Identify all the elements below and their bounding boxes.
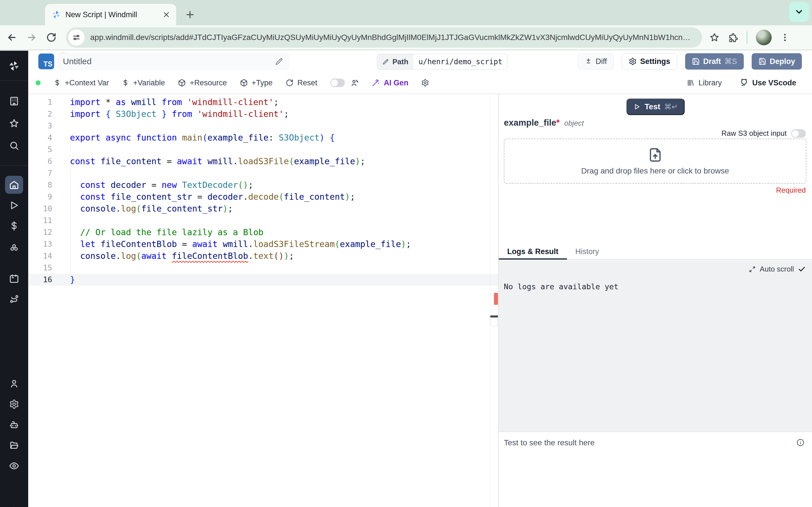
sidebar-item-folders-icon[interactable] <box>5 436 23 454</box>
browser-tab[interactable]: New Script | Windmill <box>45 4 176 25</box>
logs-panel: Auto scroll No logs are available yet <box>499 260 812 432</box>
test-shortcut: ⌘↵ <box>664 103 678 111</box>
settings-button[interactable]: Settings <box>622 53 677 69</box>
path-button[interactable]: Path u/henri/demo_script <box>377 54 508 69</box>
profile-avatar[interactable] <box>756 30 772 45</box>
reset-button[interactable]: Reset <box>286 78 317 87</box>
file-dropzone[interactable]: Drag and drop files here or click to bro… <box>504 138 806 184</box>
octocat-icon <box>740 78 748 87</box>
overview-ruler <box>490 94 490 507</box>
sidebar-item-workspace[interactable] <box>5 92 23 110</box>
plus-minus-diff-icon <box>585 58 592 65</box>
windmill-script-editor-window: New Script | Windmill <box>0 0 812 507</box>
sidebar-item-settings-gear-icon[interactable] <box>5 395 23 413</box>
code-line-1[interactable]: 1import * as wmill from 'windmill-client… <box>28 96 498 108</box>
sidebar-item-home[interactable] <box>5 176 23 194</box>
address-bar[interactable]: app.windmill.dev/scripts/add#JTdCJTIyaGF… <box>66 27 702 48</box>
add-context-var-button[interactable]: +Context Var <box>54 78 109 87</box>
sidebar-item-user-icon[interactable] <box>5 375 23 393</box>
multiplayer-toggle[interactable] <box>330 78 345 87</box>
line-number: 13 <box>28 238 52 250</box>
code-line-9[interactable]: 9 const file_content_str = decoder.decod… <box>28 191 498 203</box>
code-editor[interactable]: 1import * as wmill from 'windmill-client… <box>28 94 498 507</box>
sidebar-item-favorites[interactable] <box>5 114 23 132</box>
line-number: 16 <box>28 274 52 286</box>
auto-scroll-control[interactable]: Auto scroll <box>749 265 806 274</box>
error-marker <box>494 293 498 305</box>
tab-search-chevron-icon[interactable] <box>789 2 809 22</box>
ai-gen-button[interactable]: AI Gen <box>372 78 408 87</box>
kebab-menu-icon[interactable] <box>780 33 790 42</box>
code-line-15[interactable]: 15 <box>28 262 498 274</box>
sidebar-item-runs[interactable] <box>5 196 23 214</box>
tab-history[interactable]: History <box>567 244 608 259</box>
dollar-icon <box>122 79 129 87</box>
code-line-5[interactable]: 5 <box>28 144 498 156</box>
test-panel: Test ⌘↵ example_file* object Raw S3 obje… <box>498 94 812 507</box>
code-line-16[interactable]: 16} <box>28 274 498 286</box>
info-icon[interactable] <box>796 438 805 447</box>
edit-pencil-icon[interactable] <box>275 57 283 66</box>
code-line-3[interactable]: 3 <box>28 120 498 132</box>
sidebar-item-help-icon[interactable] <box>5 502 23 507</box>
line-number: 8 <box>28 179 52 191</box>
multiplayer-users-icon[interactable] <box>350 78 359 87</box>
play-icon <box>633 103 641 110</box>
code-line-2[interactable]: 2import { S3Object } from 'windmill-clie… <box>28 108 498 120</box>
sidebar-item-schedules[interactable] <box>5 270 23 288</box>
code-line-4[interactable]: 4export async function main(example_file… <box>28 132 498 144</box>
script-summary-input[interactable]: Untitled <box>57 53 289 69</box>
add-variable-button[interactable]: +Variable <box>122 78 165 87</box>
add-type-button[interactable]: +Type <box>240 78 273 87</box>
bookmark-star-icon[interactable] <box>709 33 719 43</box>
status-dot <box>36 80 41 86</box>
test-button[interactable]: Test ⌘↵ <box>626 99 684 115</box>
sidebar-item-search-icon[interactable] <box>5 136 23 155</box>
scrollbar-marker[interactable] <box>490 316 498 318</box>
raw-s3-toggle[interactable] <box>791 129 806 138</box>
tab-close-icon[interactable] <box>163 11 170 18</box>
argument-type: object <box>564 119 583 128</box>
sidebar-item-resources[interactable] <box>5 237 23 256</box>
line-number: 3 <box>28 120 52 132</box>
draft-button[interactable]: Draft ⌘S <box>685 53 744 69</box>
code-line-14[interactable]: 14 console.log(await fileContentBlob.tex… <box>28 250 498 262</box>
add-resource-button[interactable]: +Resource <box>178 78 227 87</box>
deploy-button[interactable]: Deploy <box>752 53 802 69</box>
browser-toolbar: app.windmill.dev/scripts/add#JTdCJTIyaGF… <box>0 25 812 50</box>
code-line-8[interactable]: 8 const decoder = new TextDecoder(); <box>28 179 498 191</box>
settings-gear-icon <box>629 57 637 65</box>
line-number: 2 <box>28 108 52 120</box>
library-button[interactable]: Library <box>687 78 722 87</box>
code-line-6[interactable]: 6const file_content = await wmill.loadS3… <box>28 156 498 167</box>
use-vscode-button[interactable]: Use VScode <box>740 78 796 87</box>
package-icon <box>240 79 248 87</box>
auto-scroll-label: Auto scroll <box>760 265 794 274</box>
new-tab-plus-icon[interactable] <box>183 7 197 22</box>
code-line-11[interactable]: 11 <box>28 215 498 226</box>
windmill-favicon <box>51 10 61 19</box>
reload-icon[interactable] <box>43 30 59 45</box>
code-line-12[interactable]: 12 // Or load the file lazily as a Blob <box>28 226 498 238</box>
back-arrow-icon[interactable] <box>4 30 20 45</box>
script-header: TS Untitled Path u/henri/demo_script <box>28 51 812 72</box>
sidebar-item-variables[interactable] <box>5 217 23 235</box>
extensions-puzzle-icon[interactable] <box>728 33 738 43</box>
editor-settings-gear-icon[interactable] <box>421 79 429 87</box>
code-line-7[interactable]: 7 <box>28 167 498 179</box>
sidebar-item-workers-robot-icon[interactable] <box>5 416 23 434</box>
script-toolbar: +Context Var +Variable +Resource +Type R… <box>28 72 812 94</box>
code-line-13[interactable]: 13 let fileContentBlob = await wmill.loa… <box>28 238 498 250</box>
sidebar-item-audit-eye-icon[interactable] <box>5 457 23 475</box>
code-line-10[interactable]: 10 console.log(file_content_str); <box>28 203 498 215</box>
result-panel: Test to see the result here <box>499 432 812 507</box>
tab-logs-result[interactable]: Logs & Result <box>499 244 567 259</box>
windmill-logo-icon[interactable] <box>5 57 23 75</box>
sidebar-item-flows[interactable] <box>5 290 23 308</box>
editor-handle[interactable] <box>491 318 498 327</box>
diff-button[interactable]: Diff <box>578 53 614 69</box>
site-settings-icon[interactable] <box>68 29 85 46</box>
forward-arrow-icon[interactable] <box>24 30 40 45</box>
url-text[interactable]: app.windmill.dev/scripts/add#JTdCJTIyaGF… <box>90 33 694 42</box>
typescript-language-badge[interactable]: TS <box>38 54 54 69</box>
